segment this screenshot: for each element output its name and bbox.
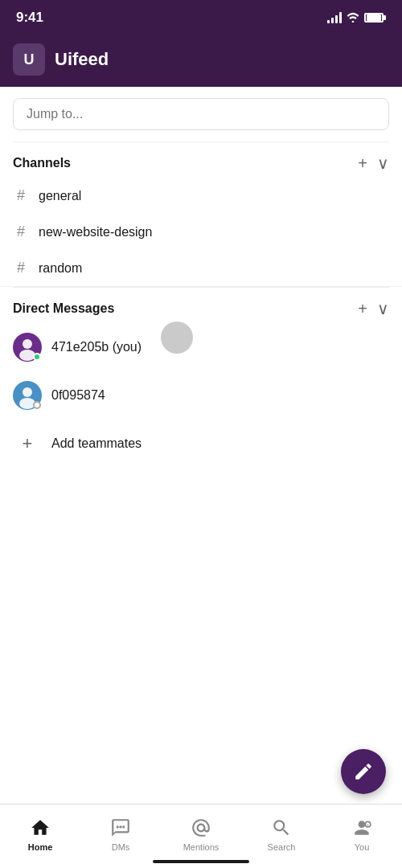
channel-name: random	[39, 261, 82, 276]
signal-icon	[327, 12, 342, 23]
channels-header: Channels + ∨	[13, 141, 389, 178]
dm-item-471e205b[interactable]: 471e205b (you)	[13, 323, 389, 371]
channel-name: new-website-design	[39, 225, 152, 240]
svg-text:+: +	[367, 821, 369, 826]
home-icon	[29, 817, 51, 839]
svg-point-0	[352, 20, 355, 22]
svg-point-5	[23, 387, 32, 397]
battery-icon	[364, 13, 386, 23]
avatar-471e205b	[13, 333, 42, 362]
channel-item-general[interactable]: # general	[13, 178, 389, 214]
channels-actions: + ∨	[358, 155, 389, 171]
channel-name: general	[39, 189, 81, 203]
channel-item-new-website-design[interactable]: # new-website-design	[13, 214, 389, 250]
online-status-dot	[33, 353, 41, 361]
dms-icon	[109, 817, 132, 839]
search-icon	[270, 817, 293, 839]
status-icons	[327, 11, 386, 25]
avatar-0f095874	[13, 381, 42, 410]
nav-label-dms: DMs	[112, 842, 130, 852]
svg-point-8	[119, 825, 121, 828]
compose-icon	[353, 761, 374, 782]
dm-add-button[interactable]: +	[358, 301, 367, 317]
dm-title: Direct Messages	[13, 301, 114, 316]
compose-fab-button[interactable]	[341, 749, 386, 794]
main-content: Channels + ∨ # general # new-website-des…	[0, 87, 402, 804]
svg-point-2	[23, 339, 32, 349]
offline-status-dot	[33, 401, 41, 409]
dm-name: 0f095874	[51, 388, 105, 403]
nav-label-you: You	[355, 842, 370, 852]
dm-collapse-button[interactable]: ∨	[377, 301, 389, 317]
jump-to-input[interactable]	[13, 98, 389, 130]
wifi-icon	[347, 11, 359, 25]
nav-label-search: Search	[268, 842, 296, 852]
svg-point-9	[122, 825, 125, 828]
svg-point-7	[117, 825, 119, 828]
nav-item-dms[interactable]: DMs	[80, 805, 161, 855]
channels-collapse-button[interactable]: ∨	[377, 155, 389, 171]
dm-item-0f095874[interactable]: 0f095874	[13, 371, 389, 420]
dm-actions: + ∨	[358, 301, 389, 317]
hash-icon: #	[13, 223, 29, 240]
jump-to-container	[0, 87, 402, 141]
direct-messages-section: Direct Messages + ∨ 471e205b (you)	[0, 287, 402, 468]
bottom-nav: Home DMs Mentions Search	[0, 804, 402, 868]
channels-title: Channels	[13, 156, 71, 170]
app-logo: U	[13, 43, 45, 76]
status-time: 9:41	[16, 10, 43, 26]
dm-header: Direct Messages + ∨	[13, 287, 389, 323]
hash-icon: #	[13, 260, 29, 276]
add-icon: +	[13, 429, 42, 458]
channels-section: Channels + ∨ # general # new-website-des…	[0, 141, 402, 286]
nav-label-home: Home	[28, 842, 53, 852]
nav-item-mentions[interactable]: Mentions	[161, 805, 241, 855]
app-title: Uifeed	[55, 49, 109, 70]
status-bar: 9:41	[0, 0, 402, 35]
you-icon: +	[351, 817, 373, 839]
channel-item-random[interactable]: # random	[13, 250, 389, 286]
nav-label-mentions: Mentions	[183, 842, 219, 852]
hash-icon: #	[13, 187, 29, 204]
app-header: U Uifeed	[0, 35, 402, 87]
home-indicator	[153, 860, 249, 863]
add-teammates-label: Add teammates	[51, 436, 142, 451]
channels-add-button[interactable]: +	[358, 155, 367, 171]
nav-item-you[interactable]: + You	[322, 805, 402, 855]
add-teammates-button[interactable]: + Add teammates	[13, 420, 389, 468]
nav-item-search[interactable]: Search	[241, 805, 322, 855]
dm-name: 471e205b (you)	[51, 340, 142, 354]
mentions-icon	[190, 817, 212, 839]
nav-item-home[interactable]: Home	[0, 805, 80, 855]
